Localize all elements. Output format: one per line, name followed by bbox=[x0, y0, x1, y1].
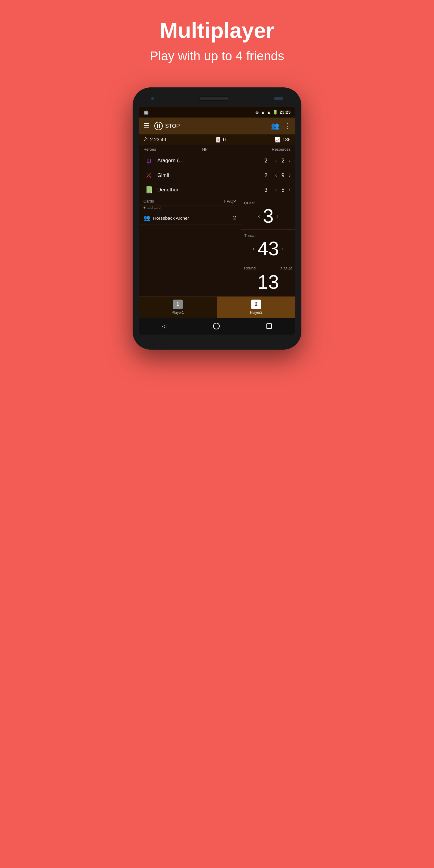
denethor-resources: ‹ 5 › bbox=[275, 187, 290, 193]
gimli-res-dec[interactable]: ‹ bbox=[275, 173, 277, 178]
cards-label: Cards bbox=[144, 199, 154, 204]
threat-inc[interactable]: › bbox=[282, 246, 284, 252]
wifi-icon: ▲ bbox=[261, 110, 265, 115]
people-icon[interactable]: 👥 bbox=[271, 122, 279, 130]
phone-nav-bar: ◁ bbox=[138, 318, 296, 335]
card-row: 👥 Horseback Archer 2 bbox=[138, 212, 241, 224]
phone-bottom bbox=[138, 335, 296, 344]
toolbar-title-area: STOP bbox=[154, 122, 180, 130]
cards-header: Cards HP/QP bbox=[138, 197, 241, 206]
gimli-res-inc[interactable]: › bbox=[289, 173, 290, 178]
quest-controls: ‹ 3 › bbox=[244, 207, 292, 226]
hero-row: ψ Aragorn (… 2 ‹ 2 › bbox=[138, 153, 296, 168]
status-right: ⊖ ▲ ▲ 🔋 23:23 bbox=[255, 110, 290, 115]
page-subtitle: Play with up to 4 friends bbox=[150, 49, 284, 63]
phone-sensor bbox=[274, 97, 283, 100]
aragorn-res-value: 2 bbox=[280, 158, 286, 164]
gimli-icon: ⚔ bbox=[144, 171, 154, 180]
player2-label: Player2 bbox=[250, 310, 262, 315]
heroes-header: Heroes HP Resources bbox=[138, 145, 296, 153]
timer-row: ⏱ 2:23:49 🃏 0 📈 136 bbox=[138, 134, 296, 145]
player1-label: Player1 bbox=[172, 310, 184, 315]
clock-icon: ⏱ bbox=[144, 137, 148, 143]
gimli-hp: 2 bbox=[261, 173, 270, 179]
phone-device: 🤖 ⊖ ▲ ▲ 🔋 23:23 ☰ STOP bbox=[133, 87, 301, 350]
threat-value: 43 bbox=[257, 239, 279, 258]
signal-icon: ▲ bbox=[267, 110, 271, 115]
score-item: 📈 136 bbox=[275, 137, 290, 143]
android-icon: 🤖 bbox=[144, 110, 149, 115]
phone-screen: 🤖 ⊖ ▲ ▲ 🔋 23:23 ☰ STOP bbox=[138, 107, 296, 335]
hero-name-aragorn: Aragorn (… bbox=[157, 158, 261, 164]
gimli-res-value: 9 bbox=[280, 173, 286, 179]
cards-section: Cards HP/QP + add card 👥 Horseback Arche… bbox=[138, 197, 241, 296]
quest-value: 3 bbox=[263, 207, 274, 226]
player1-tab[interactable]: 1 Player1 bbox=[138, 297, 217, 318]
main-content: Cards HP/QP + add card 👥 Horseback Arche… bbox=[138, 197, 296, 296]
round-section: Round 2:23:49 13 bbox=[241, 262, 296, 296]
score-value: 136 bbox=[282, 137, 290, 143]
phone-speaker bbox=[199, 96, 229, 101]
page-title: Multiplayer bbox=[160, 18, 274, 43]
quest-dec[interactable]: ‹ bbox=[258, 213, 260, 219]
hp-label: HP bbox=[202, 147, 208, 152]
aragorn-resources: ‹ 2 › bbox=[275, 158, 290, 164]
card-name: Horseback Archer bbox=[153, 216, 233, 221]
player-tabs: 1 Player1 2 Player2 bbox=[138, 296, 296, 318]
gimli-resources: ‹ 9 › bbox=[275, 173, 290, 179]
hero-row: 📗 Denethor 3 ‹ 5 › bbox=[138, 183, 296, 197]
heroes-label: Heroes bbox=[144, 147, 156, 152]
home-button[interactable] bbox=[213, 323, 220, 330]
player2-tab[interactable]: 2 Player2 bbox=[217, 297, 296, 318]
menu-icon[interactable]: ☰ bbox=[144, 122, 150, 130]
hero-name-gimli: Gimli bbox=[157, 173, 261, 179]
player2-icon: 2 bbox=[251, 300, 261, 309]
threat-dec[interactable]: ‹ bbox=[253, 246, 254, 252]
status-bar: 🤖 ⊖ ▲ ▲ 🔋 23:23 bbox=[138, 107, 296, 118]
status-left: 🤖 bbox=[144, 110, 149, 115]
right-column: Quest ‹ 3 › Threat ‹ 43 › bbox=[241, 197, 296, 296]
aragorn-res-dec[interactable]: ‹ bbox=[275, 158, 277, 163]
toolbar-right: 👥 ⋮ bbox=[271, 122, 290, 130]
denethor-res-dec[interactable]: ‹ bbox=[275, 187, 277, 193]
denethor-hp: 3 bbox=[261, 187, 270, 193]
denethor-res-value: 5 bbox=[280, 187, 286, 193]
threat-label: Threat bbox=[244, 233, 292, 238]
threat-controls: ‹ 43 › bbox=[244, 239, 292, 258]
cards-count: 0 bbox=[223, 137, 226, 143]
status-time: 23:23 bbox=[280, 110, 290, 115]
quest-inc[interactable]: › bbox=[277, 213, 278, 219]
round-label: Round bbox=[244, 266, 255, 270]
pause-button[interactable] bbox=[154, 122, 163, 130]
player1-icon: 1 bbox=[173, 300, 183, 309]
heroes-area: Heroes HP Resources ψ Aragorn (… 2 ‹ 2 › bbox=[138, 145, 296, 197]
recents-button[interactable] bbox=[267, 323, 272, 329]
hero-name-denethor: Denethor bbox=[157, 187, 261, 193]
quest-label: Quest bbox=[244, 201, 292, 205]
heroes-section: Heroes HP Resources ψ Aragorn (… 2 ‹ 2 › bbox=[138, 145, 296, 197]
hpqp-label: HP/QP bbox=[224, 199, 236, 204]
aragorn-icon: ψ bbox=[144, 156, 154, 165]
app-toolbar: ☰ STOP 👥 ⋮ bbox=[138, 118, 296, 134]
hero-row: ⚔ Gimli 2 ‹ 9 › bbox=[138, 168, 296, 183]
toolbar-left: ☰ STOP bbox=[144, 122, 180, 130]
score-icon: 📈 bbox=[275, 137, 281, 143]
back-button[interactable]: ◁ bbox=[162, 323, 166, 330]
aragorn-hp: 2 bbox=[261, 158, 270, 164]
round-header: Round 2:23:49 bbox=[244, 266, 292, 272]
phone-top-bar bbox=[138, 93, 296, 107]
empty-cards-area bbox=[138, 224, 241, 285]
cards-icon: 🃏 bbox=[215, 137, 221, 143]
aragorn-res-inc[interactable]: › bbox=[289, 158, 290, 163]
mute-icon: ⊖ bbox=[255, 110, 259, 115]
denethor-res-inc[interactable]: › bbox=[289, 187, 290, 193]
ally-icon: 👥 bbox=[144, 215, 150, 221]
add-card-button[interactable]: + add card bbox=[138, 206, 241, 212]
quest-section: Quest ‹ 3 › bbox=[241, 197, 296, 230]
battery-icon: 🔋 bbox=[273, 110, 278, 115]
timer-value: 2:23:49 bbox=[150, 137, 166, 143]
round-value: 13 bbox=[244, 272, 292, 293]
more-icon[interactable]: ⋮ bbox=[284, 122, 290, 130]
stop-label[interactable]: STOP bbox=[165, 123, 180, 129]
resources-label: Resources bbox=[272, 147, 290, 152]
